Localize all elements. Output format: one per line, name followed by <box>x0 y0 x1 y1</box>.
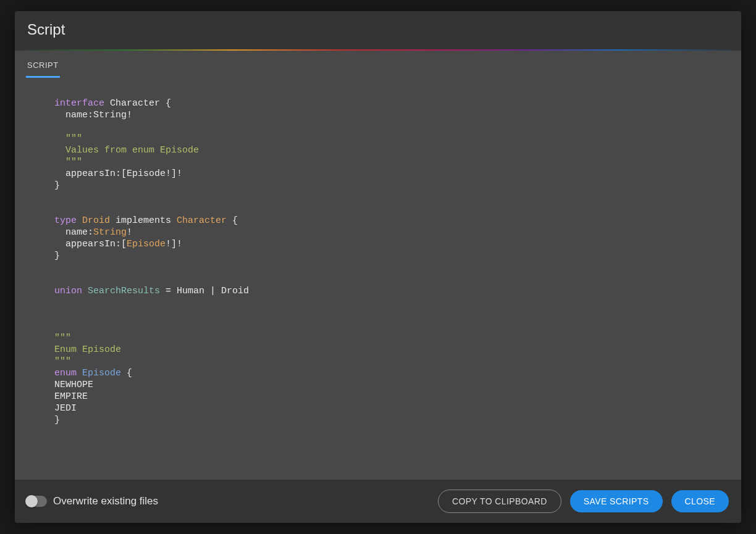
close-button[interactable]: CLOSE <box>671 490 729 512</box>
modal-footer: Overwrite existing files COPY TO CLIPBOA… <box>15 480 741 523</box>
overwrite-toggle-group: Overwrite existing files <box>26 495 429 507</box>
tab-row: SCRIPT <box>26 51 730 78</box>
overwrite-toggle-label: Overwrite existing files <box>53 495 158 507</box>
toggle-knob <box>25 495 38 507</box>
copy-to-clipboard-button[interactable]: COPY TO CLIPBOARD <box>438 490 561 513</box>
save-scripts-button[interactable]: SAVE SCRIPTS <box>570 490 663 512</box>
script-modal: Script SCRIPT interface Character { name… <box>15 11 741 523</box>
overwrite-toggle[interactable] <box>26 496 47 507</box>
code-scroll[interactable]: interface Character { name:String! """ V… <box>26 83 730 480</box>
modal-title: Script <box>27 21 729 38</box>
code-block[interactable]: interface Character { name:String! """ V… <box>26 83 730 441</box>
content-area: SCRIPT interface Character { name:String… <box>15 51 741 480</box>
tab-script[interactable]: SCRIPT <box>26 57 60 78</box>
rainbow-divider <box>15 49 741 51</box>
modal-header: Script <box>15 11 741 49</box>
